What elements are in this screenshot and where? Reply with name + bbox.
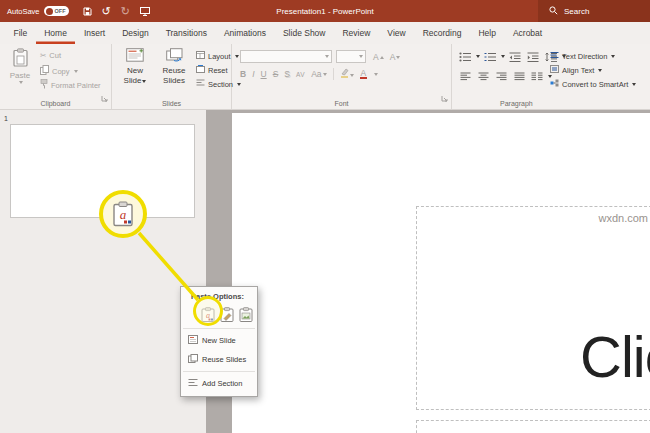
align-text-label: Align Text — [562, 66, 594, 75]
start-slideshow-icon[interactable] — [140, 2, 150, 20]
align-text-button[interactable]: Align Text — [550, 65, 602, 75]
tab-view[interactable]: View — [379, 22, 414, 44]
section-icon — [196, 79, 205, 89]
smartart-icon — [550, 79, 559, 89]
tab-review[interactable]: Review — [334, 22, 379, 44]
ribbon: Paste ✂ Cut Copy Format Painter — [0, 44, 650, 110]
columns-button[interactable] — [529, 70, 545, 83]
align-left-button[interactable] — [457, 70, 473, 83]
grow-font-button[interactable]: A — [373, 52, 384, 62]
add-section-icon — [188, 378, 198, 389]
tab-file[interactable]: File — [5, 22, 36, 44]
format-painter-button[interactable]: Format Painter — [40, 79, 101, 91]
chevron-down-icon[interactable] — [476, 55, 480, 58]
reuse-slides-button[interactable]: Reuse Slides — [156, 48, 192, 86]
current-slide[interactable]: Clic — [232, 113, 650, 433]
tab-animations[interactable]: Animations — [215, 22, 274, 44]
italic-button[interactable]: I — [252, 69, 254, 79]
slides-group: New Slide Reuse Slides Layout — [112, 44, 232, 109]
search-box[interactable]: Search — [538, 0, 650, 22]
tab-slide-show[interactable]: Slide Show — [274, 22, 334, 44]
paste-options-indicator-icon[interactable]: a — [112, 201, 134, 227]
paste-clipboard-icon — [13, 48, 28, 70]
align-center-button[interactable] — [475, 70, 491, 83]
convert-smartart-button[interactable]: Convert to SmartArt — [550, 79, 636, 89]
divider — [183, 371, 255, 372]
paste-button[interactable]: Paste — [5, 48, 35, 84]
underline-button[interactable]: U — [261, 69, 267, 79]
divider — [183, 328, 255, 329]
text-shadow-button[interactable]: S — [284, 69, 290, 79]
layout-icon — [196, 51, 205, 61]
redo-icon[interactable]: ↻ — [121, 6, 130, 17]
chevron-down-icon[interactable] — [501, 55, 505, 58]
tab-insert[interactable]: Insert — [75, 22, 113, 44]
font-resize-buttons: A A — [373, 52, 400, 62]
chevron-down-icon[interactable] — [374, 73, 378, 76]
copy-label: Copy — [52, 67, 70, 76]
slide-title-text[interactable]: Clic — [580, 323, 650, 390]
powerpoint-window: AutoSave OFF ↺ ↻ Presentation1 - PowerPo… — [0, 0, 650, 433]
chevron-down-icon — [359, 55, 363, 58]
change-case-button[interactable]: Aa — [311, 69, 326, 79]
highlight-color-button[interactable] — [340, 68, 354, 80]
new-slide-icon — [126, 48, 144, 65]
cut-button[interactable]: ✂ Cut — [40, 51, 61, 60]
reset-button[interactable]: Reset — [196, 65, 228, 75]
reuse-slides-label-1: Reuse — [162, 66, 185, 76]
chevron-down-icon — [350, 74, 354, 77]
search-label: Search — [564, 7, 589, 16]
reuse-slides-item-label: Reuse Slides — [202, 355, 246, 364]
callout-circle-paste-indicator: a — [99, 190, 147, 238]
arrow-up-icon — [380, 56, 384, 59]
font-size-combo[interactable] — [336, 50, 366, 63]
menu-item-reuse-slides[interactable]: Reuse Slides — [181, 350, 257, 369]
numbering-button[interactable] — [482, 50, 498, 63]
decrease-indent-button[interactable] — [507, 50, 523, 63]
convert-smartart-label: Convert to SmartArt — [562, 80, 628, 89]
paragraph-row-2 — [457, 70, 552, 83]
font-group: A A B I U S S AV Aa A Font — [232, 44, 452, 109]
paragraph-group-label: Paragraph — [452, 100, 650, 107]
autosave-toggle-pill[interactable]: OFF — [44, 6, 69, 16]
increase-indent-button[interactable] — [525, 50, 541, 63]
clipboard-group: Paste ✂ Cut Copy Format Painter — [0, 44, 112, 109]
paste-label: Paste — [10, 71, 30, 81]
character-spacing-button[interactable]: AV — [296, 71, 305, 78]
reset-icon — [196, 65, 205, 75]
menu-item-new-slide[interactable]: New Slide — [181, 331, 257, 350]
shrink-font-button[interactable]: A — [390, 52, 401, 62]
new-slide-button[interactable]: New Slide — [118, 48, 152, 86]
tab-design[interactable]: Design — [114, 22, 157, 44]
paste-as-picture-icon[interactable] — [238, 306, 253, 322]
bullets-button[interactable] — [457, 50, 473, 63]
tab-home[interactable]: Home — [36, 22, 76, 44]
font-name-combo[interactable] — [240, 50, 332, 63]
tab-transitions[interactable]: Transitions — [157, 22, 215, 44]
chevron-down-icon — [325, 55, 329, 58]
tab-help[interactable]: Help — [470, 22, 504, 44]
subtitle-placeholder[interactable] — [416, 420, 650, 433]
slide-number: 1 — [4, 115, 8, 122]
justify-button[interactable] — [511, 70, 527, 83]
text-direction-button[interactable]: Text Direction — [550, 51, 615, 61]
tab-acrobat[interactable]: Acrobat — [504, 22, 550, 44]
copy-button[interactable]: Copy — [40, 65, 78, 77]
autosave-toggle[interactable]: AutoSave OFF — [7, 6, 69, 16]
text-direction-label: Text Direction — [562, 52, 607, 61]
chevron-down-icon[interactable] — [548, 75, 552, 78]
align-right-button[interactable] — [493, 70, 509, 83]
strikethrough-button[interactable]: S — [273, 69, 279, 79]
reuse-slides-icon — [188, 354, 198, 365]
chevron-down-icon — [142, 80, 146, 83]
reuse-slides-label-2: Slides — [163, 76, 185, 86]
save-icon[interactable] — [83, 2, 92, 20]
bold-button[interactable]: B — [240, 69, 246, 79]
tab-recording[interactable]: Recording — [414, 22, 470, 44]
undo-icon[interactable]: ↺ — [102, 6, 111, 17]
new-slide-icon — [188, 335, 198, 346]
menu-item-add-section[interactable]: Add Section — [181, 374, 257, 393]
align-text-icon — [550, 65, 559, 75]
font-color-button[interactable]: A — [360, 69, 368, 80]
font-format-row: B I U S S AV Aa A — [240, 68, 378, 80]
